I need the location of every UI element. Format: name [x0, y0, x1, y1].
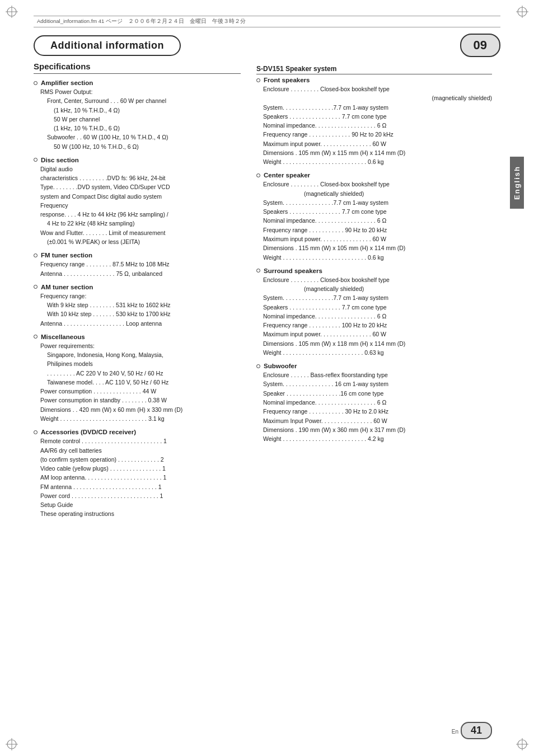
- amp-line-5: Subwoofer . . 60 W (100 Hz, 10 % T.H.D.,…: [34, 133, 241, 142]
- corner-mark-tr: [516, 6, 528, 18]
- subsection-amplifier: Amplifier section RMS Power Output: Fron…: [34, 79, 241, 151]
- am-tuner-title: AM tuner section: [41, 284, 93, 290]
- am-tuner-header: AM tuner section: [34, 284, 241, 290]
- corner-mark-br: [516, 738, 528, 750]
- front-speakers-header: Front speakers: [256, 77, 492, 83]
- fm-tuner-title: FM tuner section: [41, 252, 92, 259]
- amp-line-2: (1 kHz, 10 % T.H.D., 4 Ω): [34, 106, 241, 115]
- bullet-fm-tuner: [34, 253, 38, 257]
- fm-tuner-specs: Frequency range . . . . . . . . 87.5 MHz…: [34, 260, 241, 278]
- amp-line-0: RMS Power Output:: [34, 87, 241, 96]
- accessories-specs: Remote control . . . . . . . . . . . . .…: [34, 436, 241, 518]
- page-en-label: En: [452, 729, 458, 735]
- bullet-accessories: [34, 430, 38, 434]
- miscellaneous-specs: Power requirements: Singapore, Indonesia…: [34, 341, 241, 423]
- amp-line-3: 50 W per channel: [34, 115, 241, 124]
- subsection-fm-tuner: FM tuner section Frequency range . . . .…: [34, 252, 241, 278]
- front-speakers-title: Front speakers: [264, 77, 310, 83]
- subsection-accessories: Accessories (DVD/CD receiver) Remote con…: [34, 429, 241, 518]
- subsection-miscellaneous: Miscellaneous Power requirements: Singap…: [34, 334, 241, 423]
- amp-line-1: Front, Center, Surround . . . 60 W per c…: [34, 96, 241, 105]
- amplifier-specs: RMS Power Output: Front, Center, Surroun…: [34, 87, 241, 151]
- page-number: 41: [461, 722, 492, 739]
- surround-speakers-header: Surround speakers: [256, 267, 492, 274]
- bullet-disc: [34, 158, 38, 162]
- main-content: Specifications Amplifier section RMS Pow…: [34, 62, 492, 722]
- corner-mark-tl: [6, 6, 18, 18]
- header-title: Additional information: [34, 35, 181, 56]
- english-sidebar: English: [510, 157, 524, 209]
- disc-title: Disc section: [41, 157, 79, 163]
- subsection-am-tuner: AM tuner section Frequency range: With 9…: [34, 284, 241, 328]
- surround-speakers-specs: Enclosure . . . . . . . . . Closed-box b…: [256, 275, 492, 357]
- bullet-front-speakers: [256, 78, 260, 82]
- am-tuner-specs: Frequency range: With 9 kHz step . . . .…: [34, 292, 241, 328]
- disc-specs: Digital audio characteristics . . . . . …: [34, 165, 241, 246]
- center-speaker-title: Center speaker: [264, 172, 310, 179]
- page-header: Additional information 09: [34, 34, 500, 57]
- amplifier-title: Amplifier section: [41, 79, 93, 86]
- bullet-am-tuner: [34, 285, 38, 289]
- subwoofer-header: Subwoofer: [256, 363, 492, 369]
- fm-tuner-header: FM tuner section: [34, 252, 241, 259]
- subwoofer-specs: Enclosure . . . . . . Bass-reflex floors…: [256, 370, 492, 443]
- amp-line-4: (1 kHz, 10 % T.H.D., 6 Ω): [34, 124, 241, 133]
- bullet-surround-speakers: [256, 269, 260, 273]
- file-info-text: Additional_information.fm 41 ページ ２００６年２月…: [37, 18, 246, 25]
- miscellaneous-header: Miscellaneous: [34, 334, 241, 340]
- bullet-amplifier: [34, 81, 38, 85]
- amplifier-header: Amplifier section: [34, 79, 241, 86]
- center-speaker-specs: Enclosure . . . . . . . . . Closed-box b…: [256, 180, 492, 261]
- surround-speakers-title: Surround speakers: [264, 267, 322, 274]
- header-chapter: 09: [460, 34, 500, 57]
- subsection-surround-speakers: Surround speakers Enclosure . . . . . . …: [256, 267, 492, 357]
- left-column: Specifications Amplifier section RMS Pow…: [34, 62, 241, 524]
- accessories-header: Accessories (DVD/CD receiver): [34, 429, 241, 435]
- center-speaker-header: Center speaker: [256, 172, 492, 179]
- accessories-title: Accessories (DVD/CD receiver): [41, 429, 136, 435]
- bullet-center-speaker: [256, 173, 260, 177]
- sdv-system-title: S-DV151 Speaker system: [256, 65, 492, 74]
- miscellaneous-title: Miscellaneous: [41, 334, 85, 340]
- content-columns: Specifications Amplifier section RMS Pow…: [34, 62, 492, 524]
- section-title-specifications: Specifications: [34, 62, 241, 74]
- front-speakers-specs: Enclosure . . . . . . . . . Closed-box b…: [256, 84, 492, 166]
- subsection-front-speakers: Front speakers Enclosure . . . . . . . .…: [256, 77, 492, 166]
- bullet-miscellaneous: [34, 335, 38, 339]
- subsection-disc: Disc section Digital audio characteristi…: [34, 157, 241, 246]
- page-wrapper: Additional_information.fm 41 ページ ２００６年２月…: [0, 0, 534, 756]
- disc-header: Disc section: [34, 157, 241, 163]
- subsection-center-speaker: Center speaker Enclosure . . . . . . . .…: [256, 172, 492, 261]
- bullet-subwoofer: [256, 364, 260, 368]
- file-info-bar: Additional_information.fm 41 ページ ２００６年２月…: [34, 16, 500, 27]
- amp-line-6: 50 W (100 Hz, 10 % T.H.D., 6 Ω): [34, 142, 241, 151]
- right-column: S-DV151 Speaker system Front speakers En…: [256, 62, 492, 524]
- corner-mark-bl: [6, 738, 18, 750]
- subwoofer-title: Subwoofer: [264, 363, 297, 369]
- subsection-subwoofer: Subwoofer Enclosure . . . . . . Bass-ref…: [256, 363, 492, 443]
